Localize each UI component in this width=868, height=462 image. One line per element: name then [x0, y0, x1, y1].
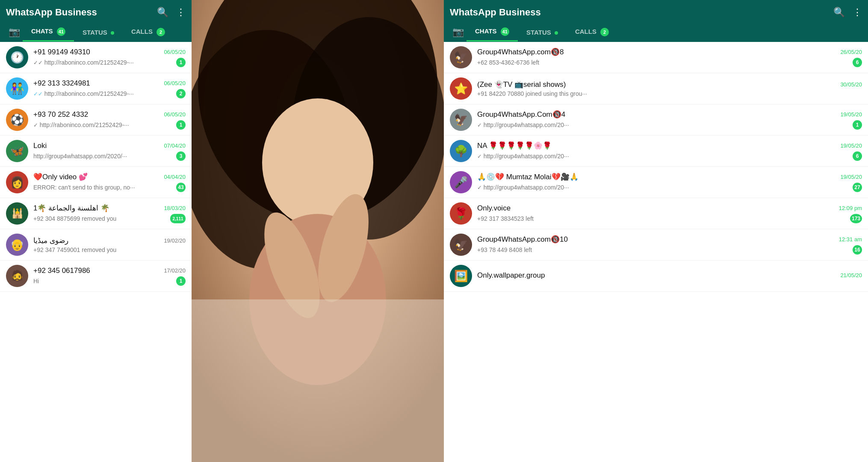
chat-info: Only.voice 12:09 pm +92 317 3834523 left… — [477, 204, 862, 223]
unread-badge: 6 — [853, 151, 862, 161]
unread-badge: 1 — [176, 276, 186, 286]
chat-time: 12:09 pm — [839, 205, 862, 211]
chat-preview: +91 84220 70880 joined using this grou··… — [477, 90, 587, 97]
left-chat-item[interactable]: ⚽ +93 70 252 4332 06/05/20 ✓ http://rabo… — [0, 104, 192, 136]
avatar: 🖼️ — [450, 265, 472, 287]
right-chat-item[interactable]: 🦅 Group4WhatsApp.com🔞10 12:31 am +93 78 … — [444, 229, 868, 261]
right-header-top: WhatsApp Business 🔍 ⋮ — [450, 7, 862, 22]
right-chat-list: 🦅 Group4WhatsApp.com🔞8 26/05/20 +62 853-… — [444, 42, 868, 462]
chat-preview: +92 304 8875699 removed you — [33, 215, 116, 222]
right-search-button[interactable]: 🔍 — [833, 7, 845, 18]
left-chat-item[interactable]: 👩 ❤️Only video 💕 04/04/20 ERROR: can't s… — [0, 167, 192, 198]
chat-info: Group4WhatsApp.Com🔞4 19/05/20 ✓ http://g… — [477, 110, 862, 130]
right-chat-item[interactable]: 🌳 NA 🌹🌹🌹🌹🌹🌸🌹 19/05/20 ✓ http://group4wha… — [444, 136, 868, 167]
chat-time: 06/05/20 — [164, 49, 186, 55]
right-chat-item[interactable]: 🖼️ Only.wallpaper.group 21/05/20 — [444, 261, 868, 292]
chat-time: 17/02/20 — [164, 267, 186, 274]
left-chat-item[interactable]: 👫 +92 313 3324981 06/05/20 ✓✓ http://rab… — [0, 73, 192, 104]
chat-name: NA 🌹🌹🌹🌹🌹🌸🌹 — [477, 141, 552, 150]
chat-preview: ✓✓ http://raboninco.com/21252429-··· — [33, 90, 134, 97]
chat-name: ❤️Only video 💕 — [33, 172, 88, 181]
right-panel: WhatsApp Business 🔍 ⋮ 📷 CHATS 41 STATUS … — [444, 0, 868, 462]
chat-info: Group4WhatsApp.com🔞8 26/05/20 +62 853-43… — [477, 47, 862, 67]
chat-info: ❤️Only video 💕 04/04/20 ERROR: can't sen… — [33, 172, 186, 192]
chat-name: Only.wallpaper.group — [477, 271, 545, 280]
right-tab-status[interactable]: STATUS — [518, 24, 567, 40]
unread-badge: 173 — [850, 214, 862, 223]
chat-preview: ✓ http://group4whatsapp.com/20··· — [477, 121, 569, 128]
chat-time: 19/05/20 — [840, 142, 862, 149]
chat-name: 1🌴 اهلسنة والجماعة 🌴 — [33, 204, 109, 213]
right-app-title: WhatsApp Business — [450, 7, 541, 18]
right-chat-item[interactable]: 🌹 Only.voice 12:09 pm +92 317 3834523 le… — [444, 198, 868, 229]
avatar: 🌳 — [450, 140, 472, 162]
unread-badge: 1 — [176, 58, 186, 67]
unread-badge: 1 — [176, 120, 186, 130]
chat-info: (Zee 👻TV 📺serial shows) 30/05/20 +91 842… — [477, 80, 862, 97]
right-chat-item[interactable]: 🎤 🙏💿💔 Mumtaz Molai💔🎥🙏 19/05/20 ✓ http://… — [444, 167, 868, 198]
left-camera-icon[interactable]: 📷 — [6, 22, 23, 42]
chat-preview: +92 317 3834523 left — [477, 215, 534, 222]
left-chat-item[interactable]: 🧔 +92 345 0617986 17/02/20 Hi 1 — [0, 261, 192, 292]
chat-preview: ✓✓ http://raboninco.com/21252429-··· — [33, 59, 134, 66]
right-status-dot — [555, 31, 558, 35]
chat-name: Loki — [33, 142, 47, 150]
chat-time: 19/02/20 — [164, 237, 186, 244]
left-chat-item[interactable]: 🕐 +91 99149 49310 06/05/20 ✓✓ http://rab… — [0, 42, 192, 73]
avatar: 🦅 — [450, 46, 472, 68]
avatar: 🦋 — [6, 140, 28, 162]
chat-time: 18/03/20 — [164, 205, 186, 211]
left-chat-item[interactable]: 🦋 Loki 07/04/20 http://group4whatsapp.co… — [0, 136, 192, 167]
left-search-button[interactable]: 🔍 — [157, 7, 168, 18]
left-chat-item[interactable]: 👴 رضوی میڈیا 19/02/20 +92 347 7459001 re… — [0, 229, 192, 261]
left-tabs: 📷 CHATS 41 STATUS CALLS 2 — [6, 22, 186, 42]
chat-info: +92 345 0617986 17/02/20 Hi 1 — [33, 267, 186, 286]
chat-name: +92 345 0617986 — [33, 267, 90, 275]
chat-preview: +92 347 7459001 removed you — [33, 246, 116, 253]
avatar: 🧔 — [6, 265, 28, 287]
unread-badge: 27 — [853, 183, 862, 192]
chat-info: +92 313 3324981 06/05/20 ✓✓ http://rabon… — [33, 79, 186, 98]
left-chats-badge: 41 — [57, 27, 65, 36]
right-tabs: 📷 CHATS 41 STATUS CALLS 2 — [450, 22, 862, 42]
left-header: WhatsApp Business 🔍 ⋮ 📷 CHATS 41 STATUS … — [0, 0, 192, 42]
avatar: 🕐 — [6, 46, 28, 68]
chat-name: رضوی میڈیا — [33, 236, 68, 245]
right-tab-calls[interactable]: CALLS 2 — [567, 24, 617, 41]
right-calls-badge: 2 — [600, 28, 609, 36]
chat-info: Group4WhatsApp.com🔞10 12:31 am +93 78 44… — [477, 235, 862, 255]
chat-time: 21/05/20 — [840, 272, 862, 278]
right-menu-button[interactable]: ⋮ — [853, 7, 862, 18]
right-header-icons: 🔍 ⋮ — [833, 7, 862, 18]
chat-preview: +93 78 449 8408 left — [477, 246, 532, 253]
right-tab-chats[interactable]: CHATS 41 — [466, 23, 518, 41]
chat-info: Loki 07/04/20 http://group4whatsapp.com/… — [33, 142, 186, 161]
avatar: 🕌 — [6, 202, 28, 225]
chat-time: 26/05/20 — [840, 49, 862, 55]
left-tab-calls[interactable]: CALLS 2 — [123, 24, 174, 41]
left-app-title: WhatsApp Business — [6, 7, 97, 18]
left-chat-item[interactable]: 🕌 1🌴 اهلسنة والجماعة 🌴 18/03/20 +92 304 … — [0, 198, 192, 229]
chat-name: +91 99149 49310 — [33, 48, 90, 56]
left-panel: WhatsApp Business 🔍 ⋮ 📷 CHATS 41 STATUS … — [0, 0, 192, 462]
right-chat-item[interactable]: 🦅 Group4WhatsApp.com🔞8 26/05/20 +62 853-… — [444, 42, 868, 73]
left-menu-button[interactable]: ⋮ — [176, 7, 186, 18]
chat-name: 🙏💿💔 Mumtaz Molai💔🎥🙏 — [477, 172, 579, 181]
unread-badge: 2,111 — [170, 214, 186, 223]
chat-time: 19/05/20 — [840, 111, 862, 118]
chat-preview: ✓ http://raboninco.com/21252429-··· — [33, 121, 129, 128]
left-calls-badge: 2 — [156, 28, 165, 36]
right-chat-item[interactable]: ⭐ (Zee 👻TV 📺serial shows) 30/05/20 +91 8… — [444, 73, 868, 104]
right-chat-item[interactable]: 🦅 Group4WhatsApp.Com🔞4 19/05/20 ✓ http:/… — [444, 104, 868, 136]
avatar: 🌹 — [450, 202, 472, 225]
left-tab-chats[interactable]: CHATS 41 — [23, 23, 74, 41]
avatar: 🦅 — [450, 234, 472, 256]
chat-time: 04/04/20 — [164, 174, 186, 180]
chat-time: 07/04/20 — [164, 142, 186, 149]
left-tab-status[interactable]: STATUS — [74, 24, 123, 40]
left-header-top: WhatsApp Business 🔍 ⋮ — [6, 7, 186, 22]
right-camera-icon[interactable]: 📷 — [450, 22, 466, 42]
chat-time: 06/05/20 — [164, 80, 186, 86]
chat-preview: +62 853-4362-6736 left — [477, 59, 539, 66]
chat-time: 30/05/20 — [840, 81, 862, 88]
